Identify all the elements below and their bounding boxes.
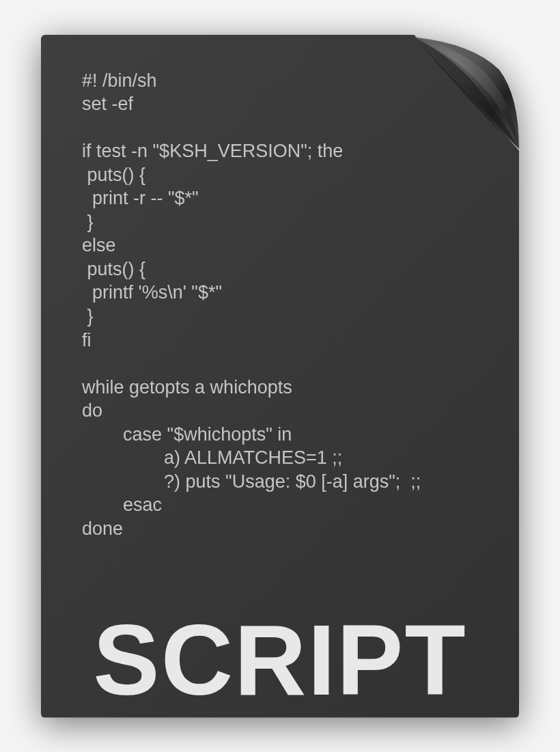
script-code-text: #! /bin/sh set -ef if test -n "$KSH_VERS…	[82, 69, 505, 541]
document-page: #! /bin/sh set -ef if test -n "$KSH_VERS…	[41, 35, 519, 718]
script-document-icon: #! /bin/sh set -ef if test -n "$KSH_VERS…	[41, 35, 519, 718]
file-type-label: SCRIPT	[41, 603, 519, 718]
